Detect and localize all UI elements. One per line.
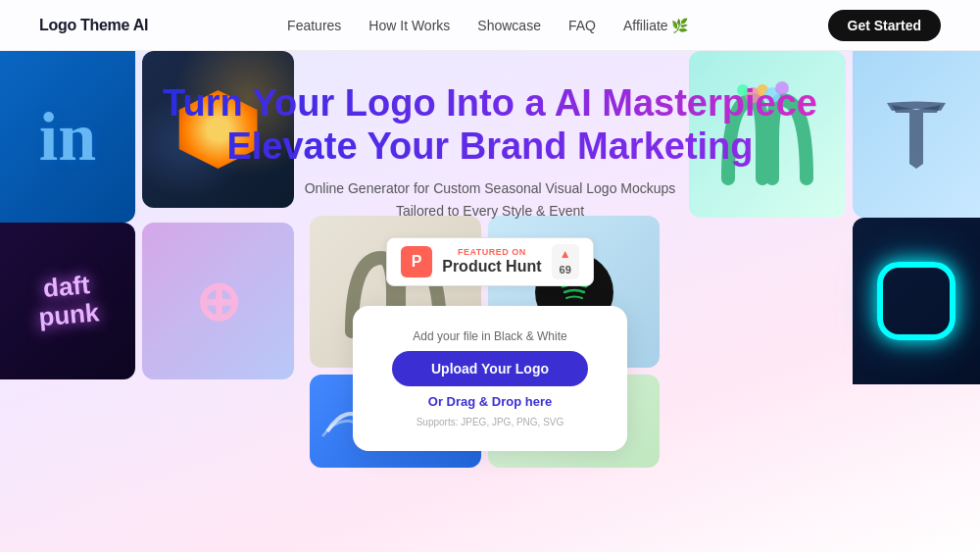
nav-how-it-works[interactable]: How It Works	[368, 18, 450, 33]
hero-title-line2: Elevate Your Brand Marketing	[226, 125, 753, 169]
upload-label: Add your file in Black & White	[413, 329, 566, 343]
upload-area: Add your file in Black & White Upload Yo…	[353, 306, 627, 451]
ph-arrow-icon: ▲	[560, 246, 571, 263]
nav-faq[interactable]: FAQ	[568, 18, 596, 33]
ph-badge-info: FEATURED ON Product Hunt	[442, 248, 541, 276]
ph-name: Product Hunt	[442, 258, 541, 276]
upload-supports-text: Supports: JPEG, JPG, PNG, SVG	[416, 417, 564, 427]
ph-featured-label: FEATURED ON	[442, 248, 541, 258]
hero-title-line1: Turn Your Logo Into a AI Masterpiece	[163, 82, 817, 125]
ph-icon: P	[401, 246, 432, 277]
ph-count: ▲ 69	[552, 244, 579, 279]
drag-drop-text[interactable]: Or Drag & Drop here	[428, 394, 552, 409]
nav-features[interactable]: Features	[287, 18, 341, 33]
nav-affiliate[interactable]: Affiliate 🌿	[623, 18, 689, 33]
nav-links: Features How It Works Showcase FAQ Affil…	[287, 18, 688, 33]
product-hunt-badge[interactable]: P FEATURED ON Product Hunt ▲ 69	[386, 237, 594, 286]
navbar: Logo Theme AI Features How It Works Show…	[0, 0, 980, 51]
site-logo: Logo Theme AI	[39, 17, 148, 34]
hero-content: Turn Your Logo Into a AI Masterpiece Ele…	[0, 51, 980, 451]
ph-icon-container: P	[401, 246, 432, 277]
upload-button[interactable]: Upload Your Logo	[392, 351, 588, 386]
get-started-button[interactable]: Get Started	[828, 10, 941, 41]
hero-subtitle: Online Generator for Custom Seasonal Vis…	[305, 177, 676, 222]
nav-showcase[interactable]: Showcase	[477, 18, 541, 33]
